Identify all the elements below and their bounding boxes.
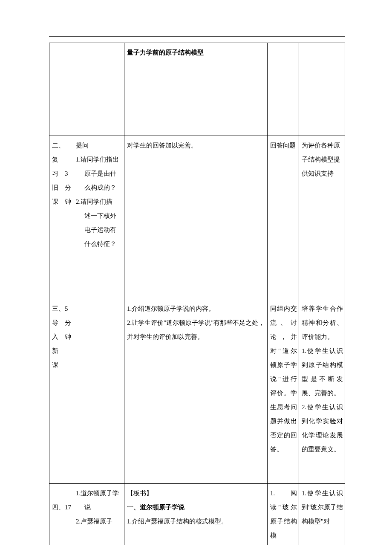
question-2-line1: 2.请同学们描 [76,195,122,209]
cell-intent: 1.使学生认识到"玻尔原子结构模型"对 [299,484,345,546]
time-label: 5分钟 [65,305,71,340]
question-1: 1.请同学们指出原子是由什么构成的？ [76,153,122,195]
cell-student: 同组内交流、讨论，并对"道尔顿原子学说"进行评价。学生思考问题并做出否定的回答。 [268,299,299,484]
question-2-line4: 什么特征？ [76,237,122,251]
heading-text: 量子力学前的原子结构模型 [127,49,204,56]
time-label: 17 [65,504,71,511]
cell-intent [299,43,345,136]
table-row: 二、复习旧课 3分钟 提问 1.请同学们指出原子是由什么构成的？ 2.请同学们描… [49,136,345,299]
cell-student: 回答问题 [268,136,299,299]
banshu-label: 【板书】 [127,490,153,497]
section-label: 四、 [52,504,65,511]
cell-teacher-col3: 1.道尔顿原子学说 2.卢瑟福原子 [73,484,124,546]
cell-section: 二、复习旧课 [49,136,62,299]
table-row: 量子力学前的原子结构模型 [49,43,345,136]
design-intent: 为评价各种原子结构模型提供知识支持 [302,142,340,177]
cell-section: 四、 [49,484,62,546]
table-row: 四、 17 1.道尔顿原子学说 2.卢瑟福原子 【板书】 一、道尔顿原子学说 1… [49,484,345,546]
student-action: 同组内交流、讨论，并对"道尔顿原子学说"进行评价。学生思考问题并做出否定的回答。 [270,305,297,453]
cell-teacher-col3: 提问 1.请同学们指出原子是由什么构成的？ 2.请同学们描 述一下核外 电子运动… [73,136,124,299]
design-intent: 1.使学生认识到"玻尔原子结构模型"对 [302,490,343,525]
cell-time [62,43,73,136]
cell-section [49,43,62,136]
cell-intent: 为评价各种原子结构模型提供知识支持 [299,136,345,299]
content-p1: 1.介绍道尔顿原子学说的内容。 [127,305,215,312]
question-2-line3: 电子运动有 [76,223,122,237]
student-action: 1. 阅 读"玻尔原子结构模 [270,490,297,539]
document-page: 量子力学前的原子结构模型 二、复习旧课 3分钟 提问 1.请同学们指出原子是由什… [0,0,392,555]
time-label: 3分钟 [65,170,71,205]
teacher-action: 对学生的回答加以完善。 [127,142,197,149]
cell-content: 【板书】 一、道尔顿原子学说 1.介绍卢瑟福原子结构的核式模型。 [124,484,268,546]
cell-intent: 培养学生合作精神和分析、评价能力。 1.使学生认识到原子结构模型是不断发展、完善… [299,299,345,484]
cell-content: 量子力学前的原子结构模型 [124,43,268,136]
cell-time: 3分钟 [62,136,73,299]
cell-content: 对学生的回答加以完善。 [124,136,268,299]
col3-p1: 1.道尔顿原子学说 [76,486,122,515]
cell-teacher-col3 [73,43,124,136]
cell-content: 1.介绍道尔顿原子学说的内容。 2.让学生评价"道尔顿原子学说"有那些不足之处，… [124,299,268,484]
intent-p2: 1.使学生认识到原子结构模型是不断发展、完善的。 [302,347,343,396]
content-p1: 1.介绍卢瑟福原子结构的核式模型。 [127,518,228,525]
intent-p3: 2.使学生认识到化学实验对化学理论发展的重要意义。 [302,404,343,453]
cell-time: 5分钟 [62,299,73,484]
table-row: 三、导入新课 5分钟 1.介绍道尔顿原子学说的内容。 2.让学生评价"道尔顿原子… [49,299,345,484]
cell-student: 1. 阅 读"玻尔原子结构模 [268,484,299,546]
top-rule [49,36,345,37]
cell-teacher-col3 [73,299,124,484]
cell-student [268,43,299,136]
student-action: 回答问题 [270,142,296,149]
q-label: 提问 [76,142,89,149]
cell-section: 三、导入新课 [49,299,62,484]
intent-p1: 培养学生合作精神和分析、评价能力。 [302,305,343,340]
col3-p2: 2.卢瑟福原子 [76,515,122,529]
question-2-line2: 述一下核外 [76,209,122,223]
lesson-plan-table: 量子力学前的原子结构模型 二、复习旧课 3分钟 提问 1.请同学们指出原子是由什… [49,43,345,545]
content-p2: 2.让学生评价"道尔顿原子学说"有那些不足之处，并对学生的评价加以完善。 [127,319,265,340]
content-heading: 一、道尔顿原子学说 [127,504,184,511]
